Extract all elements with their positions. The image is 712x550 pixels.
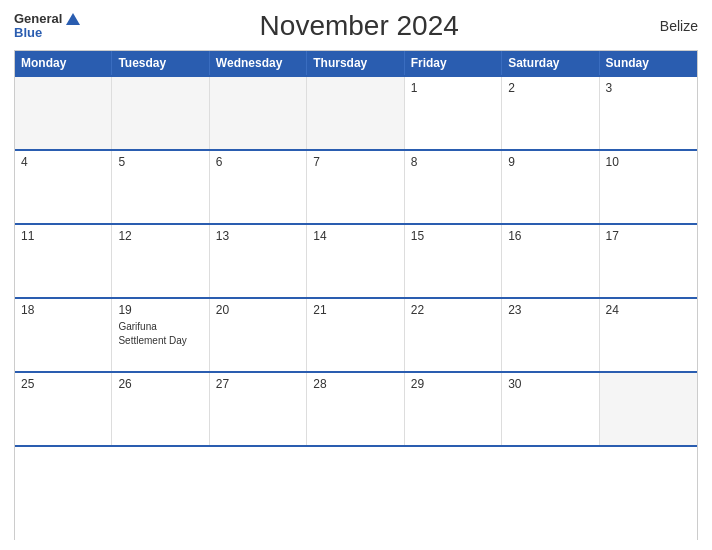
calendar-header-row: Monday Tuesday Wednesday Thursday Friday… <box>15 51 697 75</box>
logo: General Blue <box>14 12 80 41</box>
cell-w3-sun: 17 <box>600 225 697 297</box>
cell-w2-sat: 9 <box>502 151 599 223</box>
calendar-title: November 2024 <box>80 10 638 42</box>
cell-w3-thu: 14 <box>307 225 404 297</box>
country-label: Belize <box>638 18 698 34</box>
week-1: 1 2 3 <box>15 75 697 149</box>
header-saturday: Saturday <box>502 51 599 75</box>
cell-w2-tue: 5 <box>112 151 209 223</box>
cell-w4-mon: 18 <box>15 299 112 371</box>
cell-w1-thu <box>307 77 404 149</box>
cell-w5-tue: 26 <box>112 373 209 445</box>
garifuna-event: Garifuna Settlement Day <box>118 321 186 346</box>
logo-blue-text: Blue <box>14 26 42 40</box>
cell-w5-thu: 28 <box>307 373 404 445</box>
cell-w1-fri: 1 <box>405 77 502 149</box>
week-2: 4 5 6 7 8 9 10 <box>15 149 697 223</box>
cell-w2-fri: 8 <box>405 151 502 223</box>
week-5: 25 26 27 28 29 30 <box>15 371 697 445</box>
cell-w5-sun <box>600 373 697 445</box>
cell-w3-tue: 12 <box>112 225 209 297</box>
cell-w2-sun: 10 <box>600 151 697 223</box>
header-sunday: Sunday <box>600 51 697 75</box>
week-4: 18 19 Garifuna Settlement Day 20 21 22 2… <box>15 297 697 371</box>
cell-w4-thu: 21 <box>307 299 404 371</box>
cell-w4-sat: 23 <box>502 299 599 371</box>
header-tuesday: Tuesday <box>112 51 209 75</box>
cell-w2-thu: 7 <box>307 151 404 223</box>
cell-w3-fri: 15 <box>405 225 502 297</box>
calendar-page: General Blue November 2024 Belize Monday… <box>0 0 712 550</box>
cell-w5-sat: 30 <box>502 373 599 445</box>
cell-w1-sun: 3 <box>600 77 697 149</box>
cell-w4-wed: 20 <box>210 299 307 371</box>
header: General Blue November 2024 Belize <box>14 10 698 42</box>
calendar-bottom-border <box>15 445 697 447</box>
calendar-grid: Monday Tuesday Wednesday Thursday Friday… <box>14 50 698 540</box>
header-thursday: Thursday <box>307 51 404 75</box>
logo-triangle-icon <box>66 13 80 25</box>
cell-w5-mon: 25 <box>15 373 112 445</box>
cell-w1-wed <box>210 77 307 149</box>
cell-w1-sat: 2 <box>502 77 599 149</box>
header-friday: Friday <box>405 51 502 75</box>
cell-w3-wed: 13 <box>210 225 307 297</box>
cell-w4-sun: 24 <box>600 299 697 371</box>
header-monday: Monday <box>15 51 112 75</box>
cell-w2-wed: 6 <box>210 151 307 223</box>
cell-w1-tue <box>112 77 209 149</box>
cell-w4-tue: 19 Garifuna Settlement Day <box>112 299 209 371</box>
logo-general-text: General <box>14 12 62 26</box>
week-3: 11 12 13 14 15 16 17 <box>15 223 697 297</box>
cell-w2-mon: 4 <box>15 151 112 223</box>
cell-w1-mon <box>15 77 112 149</box>
cell-w3-sat: 16 <box>502 225 599 297</box>
cell-w4-fri: 22 <box>405 299 502 371</box>
cell-w5-wed: 27 <box>210 373 307 445</box>
cell-w5-fri: 29 <box>405 373 502 445</box>
cell-w3-mon: 11 <box>15 225 112 297</box>
header-wednesday: Wednesday <box>210 51 307 75</box>
